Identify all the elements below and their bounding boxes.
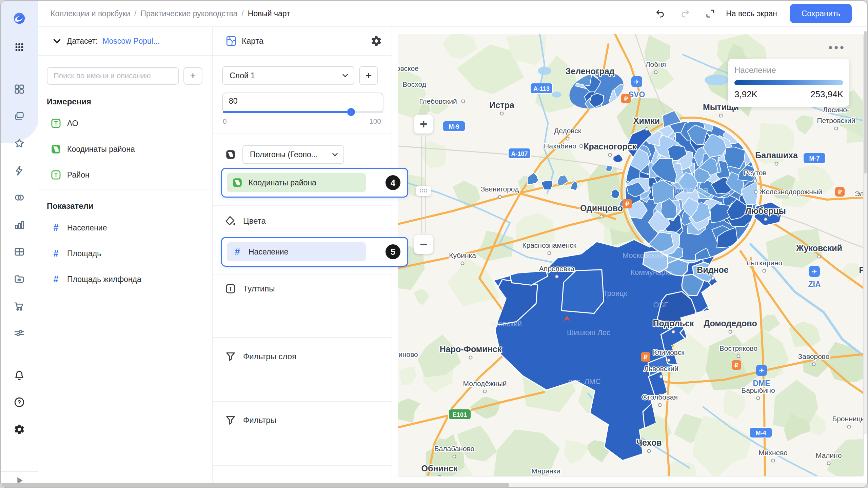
left-rail: ?	[1, 1, 38, 487]
app-window: ? Коллекции и воркбуки/Практические руко…	[0, 0, 868, 488]
breadcrumb-item[interactable]: Практические руководства	[140, 9, 237, 18]
svg-text:Маринки: Маринки	[531, 467, 560, 475]
rail-divider	[1, 471, 38, 472]
rail-footer-gear-icon[interactable]	[13, 423, 25, 435]
apps-grid-icon[interactable]	[13, 41, 25, 53]
svg-text:Зеленоград: Зеленоград	[566, 66, 615, 76]
svg-text:Балабаново: Балабаново	[434, 445, 475, 452]
breadcrumb-item[interactable]: Коллекции и воркбуки	[51, 9, 130, 18]
search-input[interactable]	[47, 67, 179, 85]
number-hash-icon: #	[50, 273, 62, 285]
rail-item-tune-icon[interactable]	[13, 327, 25, 339]
svg-text:Чехов: Чехов	[636, 438, 662, 447]
filters-section[interactable]: Фильтры	[225, 413, 276, 427]
svg-text:М-9: М-9	[449, 123, 459, 130]
svg-text:T: T	[54, 120, 58, 126]
svg-text:Львовский: Львовский	[644, 365, 678, 372]
field-row[interactable]: Коодинаты района	[50, 142, 135, 157]
dataset-name-link[interactable]: Moscow Popul...	[102, 37, 160, 46]
vertical-scrollbar[interactable]	[864, 31, 867, 434]
colors-section[interactable]: Цвета	[225, 214, 266, 228]
geopolygon-icon	[232, 177, 243, 188]
svg-text:?: ?	[17, 399, 21, 406]
chevron-down-icon[interactable]	[51, 35, 63, 47]
geotype-select[interactable]: Полигоны (Геопо...	[242, 145, 344, 164]
geopolygon-icon	[50, 143, 62, 155]
field-row[interactable]: TРайон	[50, 167, 90, 182]
svg-text:Раменское: Раменское	[859, 265, 864, 274]
svg-text:DME: DME	[753, 379, 770, 388]
rail-footer-bell-icon[interactable]	[13, 369, 25, 381]
zoom-slider-handle[interactable]	[416, 186, 431, 196]
svg-text:Жуковский: Жуковский	[796, 243, 842, 253]
breadcrumb-item[interactable]: Новый чарт	[248, 9, 290, 18]
rail-item-cart-icon[interactable]	[13, 300, 25, 312]
rail-item-pair-circles-icon[interactable]	[13, 191, 25, 204]
rail-item-dashboard-grid-icon[interactable]	[13, 83, 25, 95]
rail-item-collections-icon[interactable]	[13, 110, 25, 122]
svg-text:Электроугли: Электроугли	[855, 190, 864, 198]
save-button[interactable]: Сохранить	[790, 4, 852, 23]
svg-text:₽: ₽	[625, 201, 629, 207]
field-row[interactable]: #Площадь жилфонда	[50, 272, 141, 287]
svg-text:Дедовск: Дедовск	[554, 127, 581, 135]
redo-icon[interactable]	[679, 7, 691, 20]
svg-text:Одинцово: Одинцово	[580, 203, 623, 213]
map-menu-icon[interactable]: •••	[828, 42, 846, 53]
horizontal-scrollbar[interactable]	[1, 483, 867, 487]
svg-text:Железнодорожный: Железнодорожный	[759, 188, 822, 196]
zoom-slider-track[interactable]	[421, 136, 426, 233]
layer-opacity-slider: 80	[222, 93, 383, 113]
svg-text:Бронницы: Бронницы	[832, 415, 864, 423]
colors-field-pill[interactable]: # Население	[227, 242, 366, 261]
svg-text:М-4: М-4	[756, 430, 766, 436]
field-row[interactable]: #Площадь	[50, 246, 101, 261]
zoom-out-button[interactable]: −	[414, 235, 433, 254]
datalens-logo-icon[interactable]	[13, 12, 25, 24]
svg-text:А-107: А-107	[511, 150, 528, 157]
tooltips-title: Тултипы	[243, 284, 275, 293]
fullscreen-label[interactable]: На весь экран	[726, 9, 777, 18]
chart-settings-gear-icon[interactable]	[371, 35, 382, 47]
colors-drop-zone[interactable]: # Население 5	[221, 237, 408, 267]
layer-select[interactable]: Слой 1	[222, 66, 354, 85]
zoom-in-button[interactable]: +	[414, 115, 433, 134]
svg-text:✈: ✈	[759, 367, 764, 374]
polygons-field-pill[interactable]: Коодинаты района	[227, 173, 366, 192]
dimensions-title: Измерения	[47, 97, 91, 106]
rail-item-bar-chart-icon[interactable]	[13, 219, 25, 231]
opacity-min: 0	[223, 117, 227, 125]
fullscreen-icon[interactable]	[704, 7, 716, 20]
colors-field-name: Население	[249, 247, 288, 257]
svg-text:Лыткарино: Лыткарино	[746, 259, 783, 267]
field-row[interactable]: TАО	[50, 116, 78, 131]
rail-item-star-icon[interactable]	[13, 137, 25, 149]
rail-item-bolt-icon[interactable]	[13, 164, 25, 177]
filters-title: Фильтры	[243, 415, 276, 425]
add-layer-button[interactable]: +	[359, 66, 378, 85]
opacity-track[interactable]	[223, 111, 351, 113]
svg-text:Киевский: Киевский	[490, 320, 522, 328]
field-row[interactable]: #Население	[50, 220, 107, 235]
measures-title: Показатели	[47, 201, 94, 211]
add-field-button[interactable]: +	[183, 67, 202, 85]
svg-text:Климовск: Климовск	[653, 348, 685, 356]
undo-icon[interactable]	[654, 7, 666, 20]
legend-min: 3,92K	[734, 89, 757, 100]
svg-text:Кубинка: Кубинка	[449, 251, 476, 259]
rail-item-table-icon[interactable]	[13, 246, 25, 258]
map-canvas[interactable]: МоскваМосковскийКоммунаркаТроицкКиевский…	[398, 34, 864, 476]
colors-title: Цвета	[243, 216, 266, 226]
svg-text:Домодедово: Домодедово	[704, 319, 757, 328]
layer-filters-section[interactable]: Фильтры слоя	[225, 350, 296, 363]
polygons-drop-zone[interactable]: Коодинаты района 4	[221, 168, 408, 198]
svg-text:Москва: Москва	[674, 184, 709, 196]
tooltips-section[interactable]: T Тултипы	[225, 282, 275, 296]
svg-text:SVO: SVO	[629, 90, 645, 99]
layer-filters-title: Фильтры слоя	[243, 352, 296, 361]
rail-footer-help-icon[interactable]: ?	[13, 396, 25, 408]
opacity-handle[interactable]	[347, 108, 355, 116]
rail-item-cloud-folder-icon[interactable]	[13, 273, 25, 285]
svg-text:Подольск: Подольск	[653, 319, 694, 328]
svg-text:Коммунарка: Коммунарка	[630, 268, 673, 277]
